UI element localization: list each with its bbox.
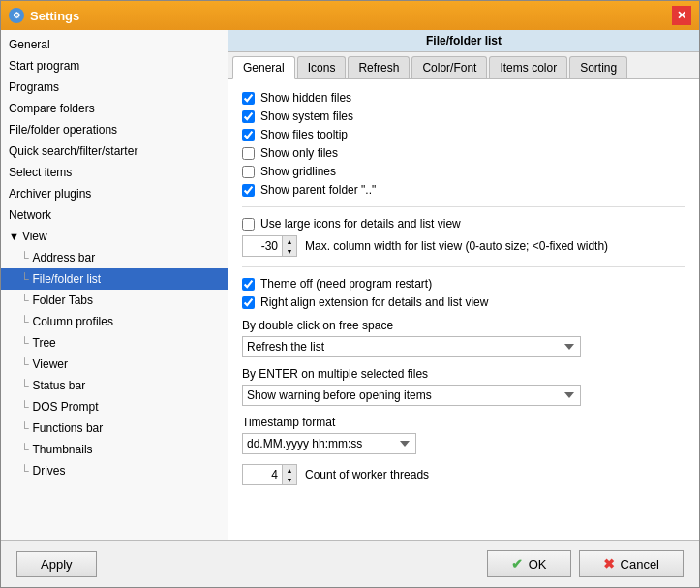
tab-icons[interactable]: Icons xyxy=(297,56,347,78)
checkbox-show-system-label: Show system files xyxy=(260,109,353,123)
right-panel: File/folder list General Icons Refresh C… xyxy=(228,30,699,540)
close-button[interactable]: ✕ xyxy=(672,6,691,25)
max-column-spin-buttons: ▲ ▼ xyxy=(282,236,296,256)
sidebar-item-archiver-plugins[interactable]: Archiver plugins xyxy=(1,183,228,204)
checkbox-show-parent-input[interactable] xyxy=(242,184,255,197)
checkbox-show-only-files-label: Show only files xyxy=(260,146,338,160)
sidebar-item-dos-prompt[interactable]: └DOS Prompt xyxy=(1,396,228,418)
checkbox-show-tooltip: Show files tooltip xyxy=(242,128,685,141)
checkbox-show-hidden: Show hidden files xyxy=(242,91,685,105)
cancel-button[interactable]: ✖ Cancel xyxy=(579,550,684,577)
sidebar-item-functions-bar[interactable]: └Functions bar xyxy=(1,418,228,439)
checkbox-theme-off-label: Theme off (need program restart) xyxy=(260,277,432,291)
ok-button[interactable]: ✔ OK xyxy=(487,550,571,577)
worker-threads-spin-buttons: ▲ ▼ xyxy=(282,465,296,484)
sidebar-item-tree[interactable]: └Tree xyxy=(1,332,228,354)
tab-color-font[interactable]: Color/Font xyxy=(411,56,487,78)
panel-header: File/folder list xyxy=(228,30,699,52)
checkbox-show-system: Show system files xyxy=(242,109,685,123)
checkbox-right-align-input[interactable] xyxy=(242,296,255,309)
sidebar-item-file-folder-operations[interactable]: File/folder operations xyxy=(1,119,228,140)
sidebar-item-view[interactable]: ▼View xyxy=(1,226,228,247)
checkbox-show-only-files-input[interactable] xyxy=(242,147,255,160)
tab-content-general: Show hidden files Show system files Show… xyxy=(228,79,699,540)
sidebar-item-general[interactable]: General xyxy=(1,34,228,55)
max-column-spin-down[interactable]: ▼ xyxy=(283,246,296,256)
sidebar-item-programs[interactable]: Programs xyxy=(1,77,228,98)
tab-sorting[interactable]: Sorting xyxy=(569,56,627,78)
checkbox-show-hidden-label: Show hidden files xyxy=(260,91,351,105)
tab-refresh[interactable]: Refresh xyxy=(348,56,410,78)
max-column-width-label: Max. column width for list view (0-auto … xyxy=(305,239,608,253)
branch-icon: └ xyxy=(20,379,29,392)
sidebar-item-status-bar[interactable]: └Status bar xyxy=(1,375,228,396)
double-click-dropdown[interactable]: Refresh the list xyxy=(242,336,581,357)
checkbox-show-gridlines-input[interactable] xyxy=(242,166,255,178)
worker-threads-spin-up[interactable]: ▲ xyxy=(283,465,296,475)
checkbox-show-system-input[interactable] xyxy=(242,110,255,123)
sidebar-item-file-folder-list[interactable]: └File/folder list xyxy=(1,268,228,290)
checkbox-right-align: Right align extension for details and li… xyxy=(242,295,685,309)
checkbox-theme-off: Theme off (need program restart) xyxy=(242,277,685,291)
checkbox-show-tooltip-input[interactable] xyxy=(242,129,255,141)
max-column-width-row: ▲ ▼ Max. column width for list view (0-a… xyxy=(242,235,685,257)
branch-icon: └ xyxy=(20,336,29,350)
expand-icon: ▼ xyxy=(9,231,19,242)
sidebar-item-viewer[interactable]: └Viewer xyxy=(1,354,228,375)
sidebar-item-start-program[interactable]: Start program xyxy=(1,55,228,77)
checkbox-show-gridlines-label: Show gridlines xyxy=(260,165,336,178)
app-icon: ⚙ xyxy=(9,8,24,23)
branch-icon: └ xyxy=(20,251,29,264)
cancel-label: Cancel xyxy=(621,557,659,572)
title-bar: ⚙ Settings ✕ xyxy=(1,1,699,30)
sidebar-item-compare-folders[interactable]: Compare folders xyxy=(1,98,228,119)
timestamp-select[interactable]: dd.MM.yyyy hh:mm:ss xyxy=(242,433,416,454)
branch-icon: └ xyxy=(20,400,29,414)
checkbox-right-align-label: Right align extension for details and li… xyxy=(260,295,488,309)
enter-dropdown[interactable]: Show warning before opening items xyxy=(242,385,581,406)
worker-threads-spin-down[interactable]: ▼ xyxy=(283,475,296,484)
sidebar-item-column-profiles[interactable]: └Column profiles xyxy=(1,311,228,332)
worker-threads-input[interactable] xyxy=(243,466,282,483)
double-click-dropdown-row: Refresh the list xyxy=(242,336,685,357)
checkbox-large-icons-input[interactable] xyxy=(242,218,255,231)
ok-cancel-group: ✔ OK ✖ Cancel xyxy=(487,550,684,577)
sidebar-item-select-items[interactable]: Select items xyxy=(1,162,228,183)
sidebar-item-address-bar[interactable]: └Address bar xyxy=(1,247,228,268)
sidebar-item-quick-search[interactable]: Quick search/filter/starter xyxy=(1,140,228,162)
title-bar-left: ⚙ Settings xyxy=(9,8,79,23)
divider-1 xyxy=(242,206,685,207)
branch-icon: └ xyxy=(20,464,29,478)
enter-label: By ENTER on multiple selected files xyxy=(242,367,685,381)
max-column-width-input[interactable] xyxy=(243,237,282,255)
max-column-spin-up[interactable]: ▲ xyxy=(283,236,296,246)
worker-threads-input-wrapper: ▲ ▼ xyxy=(242,464,297,485)
branch-icon: └ xyxy=(20,443,29,456)
branch-icon: └ xyxy=(20,272,29,286)
cancel-x-icon: ✖ xyxy=(603,556,615,572)
max-column-width-input-wrapper: ▲ ▼ xyxy=(242,235,297,257)
checkbox-theme-off-input[interactable] xyxy=(242,278,255,291)
sidebar-item-drives[interactable]: └Drives xyxy=(1,460,228,481)
divider-2 xyxy=(242,266,685,267)
branch-icon: └ xyxy=(20,294,29,307)
worker-threads-row: ▲ ▼ Count of worker threads xyxy=(242,464,685,485)
bottom-bar: Apply ✔ OK ✖ Cancel xyxy=(1,540,699,587)
sidebar-item-folder-tabs[interactable]: └Folder Tabs xyxy=(1,290,228,311)
tab-general[interactable]: General xyxy=(232,56,295,79)
sidebar-item-thumbnails[interactable]: └Thumbnails xyxy=(1,439,228,460)
checkbox-show-only-files: Show only files xyxy=(242,146,685,160)
timestamp-label: Timestamp format xyxy=(242,416,685,429)
enter-dropdown-row: Show warning before opening items xyxy=(242,385,685,406)
checkbox-show-parent: Show parent folder ".." xyxy=(242,183,685,197)
checkbox-show-tooltip-label: Show files tooltip xyxy=(260,128,348,141)
sidebar: GeneralStart programProgramsCompare fold… xyxy=(1,30,228,540)
window-title: Settings xyxy=(30,9,79,23)
tab-items-color[interactable]: Items color xyxy=(489,56,567,78)
checkbox-large-icons-label: Use large icons for details and list vie… xyxy=(260,217,461,231)
apply-button[interactable]: Apply xyxy=(16,551,97,577)
checkbox-show-hidden-input[interactable] xyxy=(242,92,255,105)
branch-icon: └ xyxy=(20,315,29,328)
worker-threads-label: Count of worker threads xyxy=(305,468,429,481)
sidebar-item-network[interactable]: Network xyxy=(1,204,228,226)
